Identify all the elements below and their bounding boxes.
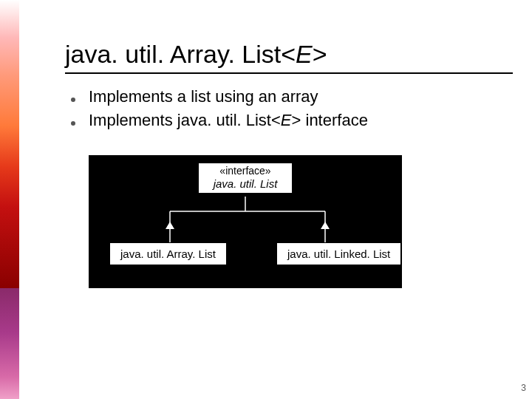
list-item: Implements a list using an array (71, 87, 368, 106)
bullet-post: > interface (292, 111, 368, 129)
title-generic: E (296, 40, 313, 68)
bullet-text: Implements a list using an array (89, 87, 318, 106)
bullet-text: Implements java. util. List<E> interface (89, 111, 368, 130)
arrowhead-icon (166, 222, 174, 229)
uml-arrows (89, 155, 402, 288)
class-box-arraylist: java. util. Array. List (109, 242, 227, 265)
class-box-linkedlist: java. util. Linked. List (276, 242, 401, 265)
deco-stripe (0, 0, 19, 126)
arrowhead-icon (321, 222, 330, 229)
deco-stripe (0, 126, 19, 207)
deco-stripe (0, 288, 19, 399)
list-item: Implements java. util. List<E> interface (71, 111, 368, 130)
title-underline (65, 72, 513, 74)
bullet-dot-icon (71, 98, 75, 102)
uml-diagram: «interface» java. util. List java. util.… (89, 155, 402, 288)
bullet-list: Implements a list using an array Impleme… (71, 87, 368, 134)
deco-stripe (0, 207, 19, 288)
bullet-pre: Implements java. util. List< (89, 111, 281, 129)
bullet-generic: E (281, 111, 292, 129)
title-post: > (313, 40, 327, 68)
side-decoration (0, 0, 19, 399)
slide-title: java. util. Array. List<E> (65, 40, 327, 69)
bullet-dot-icon (71, 121, 75, 126)
title-pre: java. util. Array. List< (65, 40, 296, 68)
page-number: 3 (521, 383, 526, 393)
